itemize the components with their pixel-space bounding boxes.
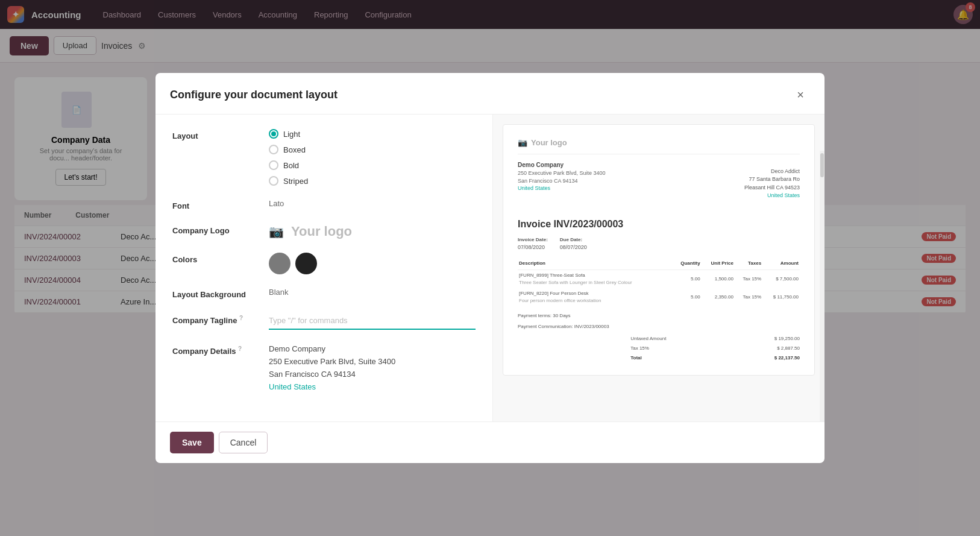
untaxed-row: Untaxed Amount $ 19,250.00 [630,334,800,344]
logo-upload-area[interactable]: 📷 Your logo [269,224,476,239]
cancel-button[interactable]: Cancel [219,432,268,453]
radio-light[interactable]: Light [269,129,476,139]
modal-preview-panel: 📷 Your logo Demo Company 250 Executive P… [493,115,825,421]
modal-footer: Save Cancel [155,421,825,463]
colors-label: Colors [172,253,269,264]
layout-radio-group: Light Boxed Bold Striped [269,129,476,186]
preview-table: Description Quantity Unit Price Taxes Am… [518,257,800,306]
modal-body: Layout Light Boxed Bold [155,115,825,421]
camera-icon: 📷 [269,224,284,239]
layout-label: Layout [172,129,269,140]
logo-placeholder: Your logo [291,224,352,239]
radio-label-striped: Striped [283,177,308,186]
company-tagline-row: Company Tagline ? [172,312,476,330]
layout-row: Layout Light Boxed Bold [172,129,476,186]
preview-totals: Untaxed Amount $ 19,250.00 Tax 15% $ 2,8… [630,334,800,363]
preview-invoice-title: Invoice INV/2023/00003 [518,217,800,232]
preview-camera-icon: 📷 [518,137,527,149]
layout-background-value[interactable]: Blank [269,288,289,297]
preview-logo-row: 📷 Your logo [518,137,800,154]
save-button[interactable]: Save [170,432,214,453]
radio-label-light: Light [283,130,300,139]
radio-striped[interactable]: Striped [269,176,476,186]
modal-overlay: Configure your document layout × Layout … [0,0,980,536]
layout-background-row: Layout Background Blank [172,288,476,299]
radio-circle-boxed [269,145,278,154]
radio-circle-striped [269,176,278,186]
modal-close-button[interactable]: × [791,85,810,104]
company-logo-row: Company Logo 📷 Your logo [172,224,476,239]
color-swatch-black[interactable] [295,253,317,274]
company-tagline-label: Company Tagline ? [172,312,269,325]
font-value[interactable]: Lato [269,199,284,208]
preview-card: 📷 Your logo Demo Company 250 Executive P… [503,124,815,376]
company-logo-label: Company Logo [172,224,269,235]
radio-boxed[interactable]: Boxed [269,145,476,154]
modal-header: Configure your document layout × [155,73,825,115]
col-quantity: Quantity [672,257,702,270]
col-description: Description [518,257,672,270]
radio-circle-bold [269,160,278,170]
preview-invoice-date: Invoice Date: 07/08/2020 [518,236,548,252]
preview-payment-comm: Payment Communication: INV/2023/00003 [518,323,800,330]
col-unit-price: Unit Price [702,257,735,270]
preview-customer-block: Deco Addict 77 Santa Barbara Ro Pleasant… [744,168,800,200]
preview-payment-terms: Payment terms: 30 Days [518,312,800,320]
font-label: Font [172,199,269,210]
company-tagline-input[interactable] [269,312,476,330]
col-amount: Amount [762,257,800,270]
font-row: Font Lato [172,199,476,210]
color-swatch-gray[interactable] [269,253,291,274]
preview-logo-text: Your logo [531,137,567,149]
radio-circle-light [269,129,278,139]
radio-label-bold: Bold [283,161,299,170]
radio-bold[interactable]: Bold [269,160,476,170]
preview-table-row: [FURN_8999] Three-Seat Sofa Three Seater… [518,270,800,289]
preview-company-block: Demo Company 250 Executive Park Blvd, Su… [518,160,606,207]
scrollbar-thumb [820,153,824,177]
preview-table-row: [FURN_8220] Four Person Desk Four person… [518,288,800,306]
preview-due-date: Due Date: 08/07/2020 [560,236,587,252]
modal-form-panel: Layout Light Boxed Bold [155,115,493,421]
layout-background-label: Layout Background [172,288,269,299]
preview-meta: Invoice Date: 07/08/2020 Due Date: 08/07… [518,236,800,252]
total-row: Total $ 22,137.50 [630,353,800,363]
configure-layout-modal: Configure your document layout × Layout … [155,73,825,462]
modal-scrollbar[interactable] [820,151,825,421]
company-details-row: Company Details ? Demo Company 250 Execu… [172,343,476,393]
company-details-label: Company Details ? [172,343,269,356]
company-details-text[interactable]: Demo Company 250 Executive Park Blvd, Su… [269,343,476,393]
color-swatches [269,253,476,274]
tax-row: Tax 15% $ 2,887.50 [630,344,800,353]
radio-label-boxed: Boxed [283,145,306,154]
col-taxes: Taxes [735,257,762,270]
modal-title: Configure your document layout [170,89,338,101]
colors-row: Colors [172,253,476,274]
